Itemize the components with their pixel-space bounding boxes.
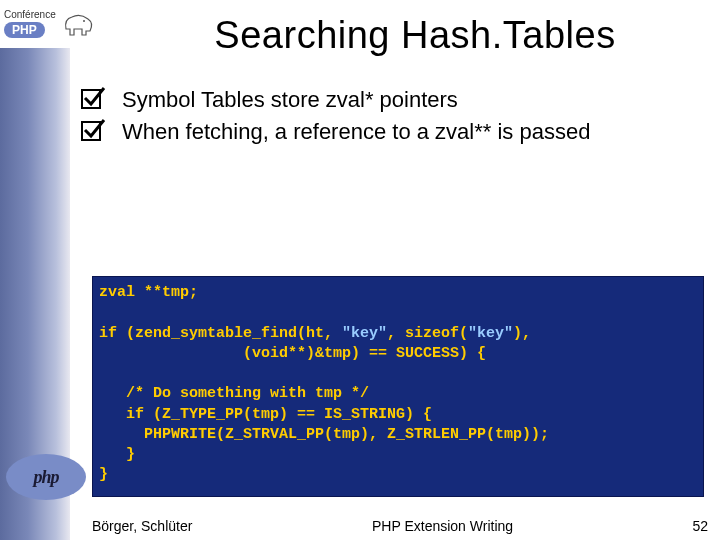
checkbox-icon: [80, 118, 106, 144]
footer-authors: Börger, Schlüter: [92, 518, 192, 534]
code-line: if (Z_TYPE_PP(tmp) == IS_STRING) {: [99, 406, 432, 423]
checkbox-icon: [80, 86, 106, 112]
code-line: }: [99, 466, 108, 483]
code-line: }: [99, 446, 135, 463]
slide-title: Searching Hash.Tables: [120, 14, 710, 57]
bullet-list: Symbol Tables store zval* pointers When …: [80, 86, 700, 149]
bullet-text: Symbol Tables store zval* pointers: [122, 86, 458, 114]
code-line: , sizeof(: [387, 325, 468, 342]
conference-logo: Conférence PHP: [0, 0, 120, 48]
svg-point-0: [83, 20, 85, 22]
footer-title: PHP Extension Writing: [372, 518, 513, 534]
code-string: "key": [468, 325, 513, 342]
bullet-item: Symbol Tables store zval* pointers: [80, 86, 700, 114]
code-comment: /* Do something with tmp */: [99, 385, 369, 402]
php-pill: PHP: [4, 22, 45, 38]
footer: Börger, Schlüter PHP Extension Writing 5…: [92, 518, 708, 534]
page-number: 52: [692, 518, 708, 534]
code-line: PHPWRITE(Z_STRVAL_PP(tmp), Z_STRLEN_PP(t…: [99, 426, 549, 443]
elephant-icon: [60, 9, 96, 39]
code-block: zval **tmp; if (zend_symtable_find(ht, "…: [92, 276, 704, 497]
php-logo: php: [6, 454, 86, 500]
bullet-text: When fetching, a reference to a zval** i…: [122, 118, 590, 146]
code-line: ),: [513, 325, 531, 342]
bullet-item: When fetching, a reference to a zval** i…: [80, 118, 700, 146]
code-line: zval **tmp;: [99, 284, 198, 301]
code-line: if (zend_symtable_find(ht,: [99, 325, 342, 342]
conference-label: Conférence: [4, 10, 56, 20]
code-string: "key": [342, 325, 387, 342]
code-line: (void**)&tmp) == SUCCESS) {: [99, 345, 486, 362]
php-logo-text: php: [33, 467, 58, 488]
